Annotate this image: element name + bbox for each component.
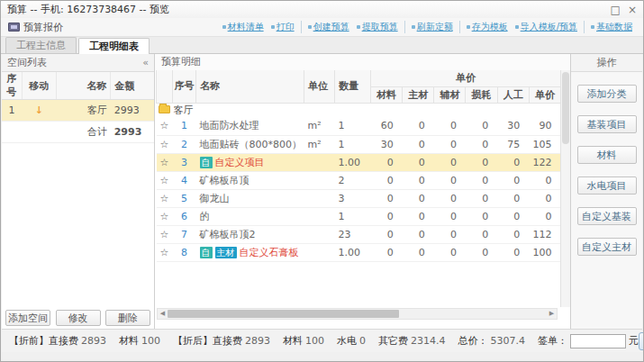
- row-number-link[interactable]: 7: [181, 229, 187, 240]
- space-list-header: 空间列表 «: [2, 54, 154, 72]
- post-discount-direct-label: 【折后】直接费: [173, 334, 242, 348]
- item-price: 100: [529, 243, 560, 261]
- horizontal-scrollbar[interactable]: ◀ ▶: [157, 308, 558, 320]
- detail-row-5[interactable]: ☆ 5 御龙山 3 0 0 0 0 0 0: [157, 189, 561, 207]
- operations-panel: 操作 添加分类 基装项目 材料 水电项目 自定义基装 自定义主材: [570, 54, 642, 329]
- link-create-budget[interactable]: 创建预算: [304, 21, 353, 33]
- favorite-star-icon[interactable]: ☆: [157, 189, 173, 207]
- link-base-data[interactable]: 基础数据: [587, 21, 636, 33]
- close-icon[interactable]: ×: [628, 5, 637, 15]
- favorite-star-icon[interactable]: ☆: [157, 243, 173, 261]
- item-price: 122: [529, 153, 560, 171]
- item-unit: [304, 171, 335, 189]
- favorite-star-icon[interactable]: ☆: [157, 117, 173, 135]
- item-unit: m²: [304, 117, 335, 135]
- item-unit: m²: [304, 135, 335, 153]
- item-price: 0: [529, 171, 560, 189]
- space-row-living-room[interactable]: 1 ↓ 客厅 2993: [2, 100, 154, 122]
- favorite-star-icon[interactable]: ☆: [157, 153, 173, 171]
- vertical-scrollbar-thumb[interactable]: [562, 72, 569, 144]
- row-number-link[interactable]: 6: [181, 211, 187, 222]
- col-header-name: 名称: [196, 70, 304, 103]
- detail-row-4[interactable]: ☆ 4 矿棉板吊顶 2 0 0 0 0 0 0: [157, 171, 561, 189]
- item-name: 御龙山: [196, 189, 304, 207]
- add-space-button[interactable]: 添加空间: [5, 310, 50, 326]
- folder-icon: [159, 105, 170, 113]
- item-labor: 0: [497, 153, 529, 171]
- item-name: 的: [196, 207, 304, 225]
- post-discount-direct-value: 2893: [245, 335, 270, 347]
- item-name: 矿棉板吊顶2: [196, 225, 304, 243]
- item-name: 自定义项目: [215, 157, 265, 168]
- space-row-amount: 2993: [111, 100, 154, 122]
- maximize-icon[interactable]: □: [611, 5, 621, 15]
- link-refresh-quota[interactable]: 刷新定额: [408, 21, 460, 33]
- space-table: 序号 移动 名称 金额 1 ↓ 客厅 2993 合计 2993: [2, 72, 154, 143]
- move-down-icon[interactable]: ↓: [35, 104, 43, 116]
- item-aux-material: 0: [434, 117, 466, 135]
- item-price: 90: [529, 117, 560, 135]
- item-unit: [304, 153, 335, 171]
- favorite-star-icon[interactable]: ☆: [157, 225, 173, 243]
- title-bar: 预算 -- 手机: 16273738467 -- 预览 □ ×: [1, 1, 643, 18]
- col-header-loss: 损耗: [466, 86, 497, 103]
- tab-project-detail[interactable]: 工程明细表: [78, 38, 150, 54]
- link-print[interactable]: 打印: [268, 21, 302, 33]
- favorite-star-icon[interactable]: ☆: [157, 171, 173, 189]
- item-price: 0: [529, 189, 560, 207]
- sign-amount-input[interactable]: [570, 334, 626, 348]
- row-number-link[interactable]: 1: [181, 120, 187, 131]
- space-list-title: 空间列表: [7, 56, 47, 69]
- detail-row-7[interactable]: ☆ 7 矿棉板吊顶2 23 0 0 0 0 0 112: [157, 225, 561, 243]
- detail-row-1[interactable]: ☆ 1 地面防水处理 m² 1 60 0 0 0 30 90: [157, 117, 561, 135]
- detail-row-2[interactable]: ☆ 2 地面贴砖（800*800） m² 1 30 0 0 0 75 105: [157, 135, 561, 153]
- col-header-qty: 数量: [335, 70, 371, 103]
- app-window: 预算 -- 手机: 16273738467 -- 预览 □ × 预算报价 材料清…: [0, 0, 644, 362]
- item-labor: 0: [497, 225, 529, 243]
- favorite-star-icon[interactable]: ☆: [157, 207, 173, 225]
- collapse-panel-icon[interactable]: «: [142, 57, 149, 68]
- item-main-material: 0: [403, 207, 434, 225]
- row-number-link[interactable]: 8: [181, 247, 187, 258]
- row-number-link[interactable]: 5: [181, 193, 187, 204]
- col-header-main-material: 主材: [403, 86, 434, 103]
- row-number-link[interactable]: 2: [181, 139, 187, 150]
- total-price-value: 5307.4: [491, 335, 526, 347]
- vertical-scrollbar[interactable]: [560, 70, 570, 307]
- folder-row[interactable]: 客厅: [157, 103, 561, 117]
- edit-space-button[interactable]: 修改: [56, 310, 101, 326]
- material-button[interactable]: 材料: [577, 146, 637, 164]
- add-category-button[interactable]: 添加分类: [577, 85, 637, 103]
- scroll-right-icon[interactable]: ▶: [547, 308, 557, 320]
- plumbing-project-button[interactable]: 水电项目: [577, 176, 637, 195]
- tab-project-info[interactable]: 工程主信息: [5, 37, 77, 53]
- link-import-template[interactable]: 导入模板/预算: [512, 21, 585, 33]
- row-number-link[interactable]: 4: [181, 175, 187, 186]
- col-header-labor: 人工: [497, 86, 529, 103]
- link-extract-budget[interactable]: 提取预算: [353, 21, 405, 33]
- link-save-template[interactable]: 存为模板: [463, 21, 512, 33]
- item-material: 0: [371, 153, 403, 171]
- horizontal-scrollbar-thumb[interactable]: [168, 310, 399, 318]
- custom-main-material-button[interactable]: 自定义主材: [577, 238, 637, 256]
- link-material-list[interactable]: 材料清单: [219, 21, 268, 33]
- detail-row-6[interactable]: ☆ 6 的 1 0 0 0 0 0 0: [157, 207, 561, 225]
- item-aux-material: 0: [434, 207, 466, 225]
- toolbar-links: 材料清单 打印 创建预算 提取预算 刷新定额 存为模板 导入模板/预算 基础数据: [219, 21, 636, 33]
- favorite-star-icon[interactable]: ☆: [157, 135, 173, 153]
- submit-button[interactable]: ✓提交: [639, 332, 644, 350]
- item-unit: [304, 243, 335, 261]
- detail-row-3-selected[interactable]: ☆ 3 自自定义项目 1.00 0 0 0 0 0 122: [157, 153, 561, 171]
- delete-space-button[interactable]: 删除: [105, 310, 150, 326]
- item-labor: 0: [497, 189, 529, 207]
- space-total-row: 合计 2993: [2, 122, 154, 143]
- scroll-left-icon[interactable]: ◀: [158, 308, 168, 320]
- item-loss: 0: [466, 243, 497, 261]
- row-number-link[interactable]: 3: [181, 157, 187, 168]
- detail-row-8[interactable]: ☆ 8 自主材自定义石膏板 1.00 0 0 0 0 0 100: [157, 243, 561, 261]
- custom-basic-button[interactable]: 自定义基装: [577, 207, 637, 225]
- item-aux-material: 0: [434, 171, 466, 189]
- item-qty: 1: [335, 117, 371, 135]
- basic-project-button[interactable]: 基装项目: [577, 115, 637, 133]
- custom-tag: 自: [200, 157, 213, 168]
